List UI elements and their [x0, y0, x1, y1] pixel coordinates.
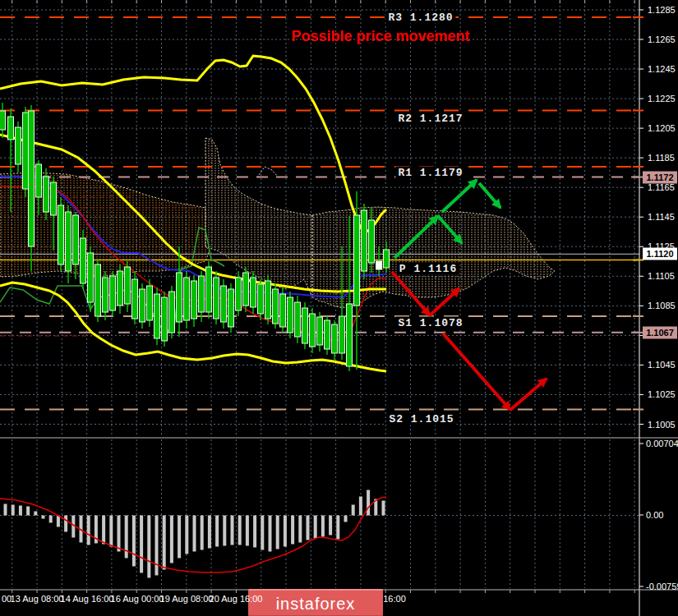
macd-bar — [170, 516, 173, 563]
macd-bar — [64, 516, 67, 532]
time-axis-label: 14 Aug 16:00 — [61, 594, 114, 604]
macd-bar — [215, 516, 219, 547]
price-axis-label: 1.1085 — [648, 301, 676, 310]
trading-chart-window: Possible price movement instaforex 1.128… — [0, 0, 678, 616]
macd-bar — [12, 505, 15, 516]
candle — [29, 111, 35, 246]
candle — [325, 320, 330, 349]
price-axis-label: 1.1285 — [648, 5, 676, 15]
macd-bar — [307, 516, 310, 540]
candle — [177, 273, 182, 322]
candle — [206, 267, 212, 312]
macd-bar — [4, 504, 7, 516]
pivot-level-label: S1 1.1078 — [395, 317, 465, 329]
price-axis-label: 1.1225 — [648, 94, 676, 103]
candle — [88, 253, 94, 302]
candle — [354, 215, 360, 306]
candle — [332, 324, 338, 353]
price-axis-label: 1.1165 — [648, 182, 675, 192]
macd-bar — [155, 516, 159, 576]
candle — [184, 278, 190, 320]
candle — [199, 276, 205, 312]
candle — [317, 317, 323, 345]
candle — [73, 215, 79, 264]
candle — [273, 289, 279, 324]
macd-bar — [132, 516, 136, 567]
candle — [8, 117, 14, 140]
macd-bar — [178, 516, 181, 559]
candle — [110, 276, 116, 310]
candle — [265, 281, 271, 319]
time-axis-label: 19 Aug 08:00 — [160, 594, 214, 604]
candle — [0, 111, 6, 130]
candle — [214, 278, 219, 319]
macd-bar — [102, 516, 105, 545]
candle — [125, 267, 131, 304]
price-badge: 1.1120 — [643, 248, 677, 260]
candle — [362, 210, 367, 271]
candle — [347, 304, 353, 366]
candle — [103, 278, 108, 312]
macd-bar — [253, 516, 256, 548]
macd-bar — [367, 490, 370, 516]
macd-bar — [109, 516, 113, 547]
price-axis-label: 1.1005 — [648, 420, 676, 430]
candle — [155, 294, 160, 338]
candle — [23, 113, 29, 189]
chart-canvas[interactable] — [0, 0, 678, 616]
pivot-level-label: P 1.1116 — [397, 263, 459, 275]
macd-bar — [118, 516, 121, 552]
candle — [376, 261, 382, 269]
instaforex-logo: instaforex — [248, 589, 383, 616]
price-badge: 1.1172 — [643, 171, 677, 183]
macd-bar — [42, 516, 45, 519]
macd-bar — [223, 516, 226, 546]
pivot-level-label: R2 1.1217 — [395, 113, 465, 125]
price-axis-label: 1.1045 — [648, 360, 676, 370]
macd-bar — [49, 516, 53, 523]
macd-bar — [329, 516, 332, 536]
time-axis-label: 16 Aug 00:00 — [111, 594, 164, 604]
candle — [280, 294, 286, 327]
macd-bar — [147, 516, 150, 578]
price-axis-label: 1.1245 — [648, 64, 676, 74]
macd-bar — [26, 507, 30, 516]
macd-bar — [208, 516, 211, 549]
candle — [81, 238, 86, 283]
candle — [221, 286, 227, 322]
candle — [228, 289, 234, 327]
candle — [251, 278, 256, 307]
macd-axis-label: 0.00 — [646, 510, 663, 520]
candle — [288, 297, 293, 333]
pivot-level-label: S2 1.1015 — [386, 413, 456, 425]
price-axis-label: 1.1265 — [648, 34, 676, 44]
macd-bar — [261, 516, 264, 550]
candle — [162, 297, 168, 341]
macd-axis-label: 0.00704 — [646, 439, 678, 448]
macd-bar — [246, 516, 249, 546]
macd-bar — [19, 506, 22, 516]
candle — [191, 281, 197, 319]
candle — [169, 292, 175, 333]
macd-bar — [352, 505, 355, 516]
macd-bar — [298, 516, 302, 543]
macd-axis-label: -0.00759 — [646, 582, 678, 591]
price-axis-label: 1.1145 — [648, 212, 675, 222]
candle — [16, 127, 21, 164]
candle — [310, 314, 316, 347]
macd-bar — [238, 516, 242, 545]
candle — [243, 273, 249, 306]
candle — [369, 220, 375, 263]
macd-bar — [284, 516, 287, 547]
macd-bar — [87, 516, 90, 545]
candle — [147, 286, 153, 320]
candle — [36, 164, 42, 197]
chart-annotation: Possible price movement — [291, 28, 469, 45]
candle — [384, 250, 390, 268]
macd-bar — [314, 516, 317, 539]
candle — [258, 284, 264, 314]
candle — [58, 205, 64, 264]
price-axis-label: 1.1025 — [648, 389, 676, 399]
macd-bar — [344, 516, 348, 522]
price-badge: 1.1067 — [643, 326, 677, 338]
